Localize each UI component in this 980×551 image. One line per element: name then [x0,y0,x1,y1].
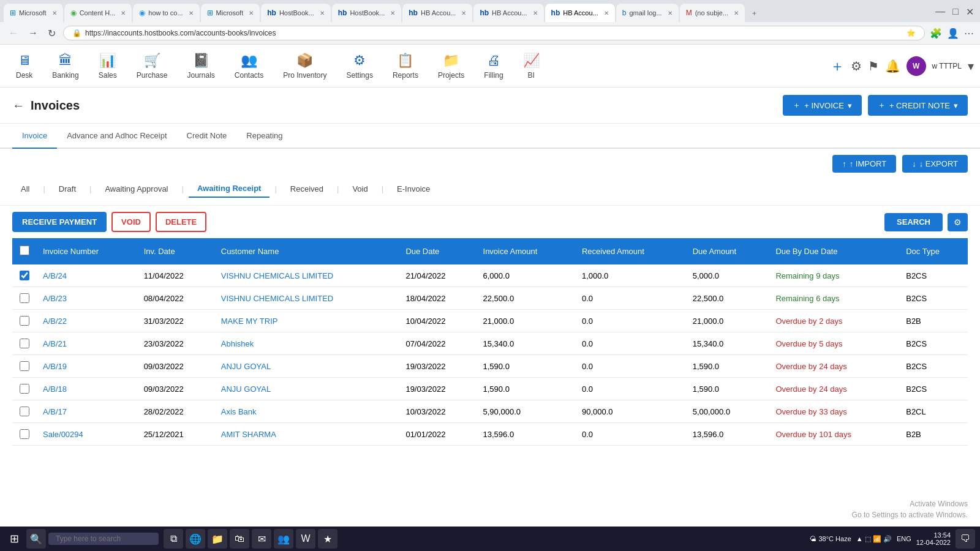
row-checkbox-cell[interactable] [12,310,37,332]
invoice-number-link[interactable]: A/B/17 [43,407,67,416]
new-tab-button[interactable]: ＋ [746,6,763,21]
columns-settings-button[interactable]: ⚙ [948,213,968,231]
row-checkbox[interactable] [20,339,29,348]
taskbar-app-8[interactable]: ★ [318,529,337,530]
back-button[interactable]: ← [6,26,21,40]
browser-tab-11[interactable]: M (no subje... ✕ [680,4,745,22]
nav-pro-inventory[interactable]: 📦 Pro Inventory [273,48,336,84]
invoice-number-link[interactable]: A/B/24 [43,271,67,280]
browser-tab-8[interactable]: hb HB Accou... ✕ [473,4,543,22]
invoice-number-link[interactable]: A/B/21 [43,339,67,348]
browser-tab-4[interactable]: ⊞ Microsoft ✕ [201,4,260,22]
export-button[interactable]: ↓ ↓ EXPORT [902,155,968,173]
browser-tab-5[interactable]: hb HostBook... ✕ [261,4,331,22]
nav-projects[interactable]: 📁 Projects [428,48,474,84]
select-all-checkbox[interactable] [20,246,29,255]
invoice-number-link[interactable]: Sale/00294 [43,430,83,439]
search-button[interactable]: SEARCH [884,213,943,231]
add-button[interactable]: ＋ [830,56,845,76]
taskbar-search[interactable]: 🔍 [26,529,46,530]
filter-received[interactable]: Received [282,181,332,197]
invoice-number-link[interactable]: A/B/22 [43,317,67,326]
extensions-icon[interactable]: 🧩 [930,28,942,39]
back-button[interactable]: ← [12,99,24,113]
taskbar-task-view[interactable]: ⧉ [164,529,183,530]
invoice-number-link[interactable]: A/B/19 [43,362,67,371]
forward-button[interactable]: → [26,26,40,40]
dropdown-button[interactable]: ▾ [968,59,974,73]
row-checkbox[interactable] [20,407,29,416]
nav-banking[interactable]: 🏛 Banking [42,48,88,84]
nav-purchase[interactable]: 🛒 Purchase [127,48,178,84]
minimize-button[interactable]: — [933,5,948,19]
gear-button[interactable]: ⚙ [851,59,862,73]
nav-reports[interactable]: 📋 Reports [383,48,428,84]
nav-filling[interactable]: 🖨 Filling [474,48,513,84]
reload-button[interactable]: ↻ [45,26,58,40]
browser-tab-1[interactable]: ⊞ Microsoft ✕ [4,4,63,22]
customer-name-link[interactable]: VISHNU CHEMICALS LIMITED [221,294,333,303]
row-checkbox[interactable] [20,384,29,394]
user-avatar[interactable]: W [907,56,926,76]
row-checkbox[interactable] [20,316,29,326]
row-checkbox-cell[interactable] [12,287,37,310]
select-all-header[interactable] [12,238,37,264]
row-checkbox-cell[interactable] [12,264,37,287]
browser-tab-9[interactable]: hb HB Accou... ✕ [545,4,615,22]
browser-tab-7[interactable]: hb HB Accou... ✕ [402,4,472,22]
tab-invoice[interactable]: Invoice [12,124,57,149]
tab-advance-receipt[interactable]: Advance and Adhoc Receipt [57,124,176,149]
nav-journals[interactable]: 📓 Journals [177,48,224,84]
settings-menu-icon[interactable]: ⋯ [964,28,974,39]
filter-draft[interactable]: Draft [50,181,85,197]
taskbar-explorer[interactable]: 📁 [208,529,227,530]
void-button[interactable]: VOID [111,212,151,232]
filter-awaiting-approval[interactable]: Awaiting Approval [96,181,176,197]
row-checkbox[interactable] [20,293,29,303]
maximize-button[interactable]: □ [950,5,961,19]
credit-note-button[interactable]: ＋ + CREDIT NOTE ▾ [868,95,968,116]
bell-button[interactable]: 🔔 [885,59,900,73]
flag-button[interactable]: ⚑ [868,59,879,73]
browser-tab-6[interactable]: hb HostBook... ✕ [332,4,402,22]
row-checkbox[interactable] [20,271,29,280]
invoice-number-link[interactable]: A/B/18 [43,384,67,394]
row-checkbox[interactable] [20,361,29,371]
row-checkbox-cell[interactable] [12,355,37,378]
taskbar-teams[interactable]: 👥 [274,529,293,530]
filter-e-invoice[interactable]: E-Invoice [388,181,439,197]
browser-tab-10[interactable]: b gmail log... ✕ [616,4,679,22]
customer-name-link[interactable]: ANJU GOYAL [221,384,271,394]
browser-tab-2[interactable]: ◉ Content H... ✕ [64,4,132,22]
filter-void[interactable]: Void [344,181,376,197]
row-checkbox-cell[interactable] [12,400,37,423]
customer-name-link[interactable]: Axis Bank [221,407,257,416]
tab-credit-note[interactable]: Credit Note [177,124,237,149]
address-bar[interactable]: 🔒 https://inaccounts.hostbooks.com/accou… [63,26,925,40]
nav-bi[interactable]: 📈 BI [513,48,549,84]
customer-name-link[interactable]: VISHNU CHEMICALS LIMITED [221,271,333,280]
customer-name-link[interactable]: Abhishek [221,339,254,348]
taskbar-word[interactable]: W [296,529,315,530]
nav-settings[interactable]: ⚙ Settings [337,48,383,84]
close-button[interactable]: ✕ [963,5,976,19]
row-checkbox[interactable] [20,429,29,439]
invoice-number-link[interactable]: A/B/23 [43,294,67,303]
row-checkbox-cell[interactable] [12,378,37,400]
nav-desk[interactable]: 🖥 Desk [6,48,42,84]
notification-button[interactable]: 🗨 [956,529,975,530]
filter-awaiting-receipt[interactable]: Awaiting Receipt [189,180,270,198]
receive-payment-button[interactable]: RECEIVE PAYMENT [12,212,107,232]
profile-icon[interactable]: 👤 [947,28,959,39]
invoice-button[interactable]: ＋ + INVOICE ▾ [783,95,862,116]
customer-name-link[interactable]: MAKE MY TRIP [221,317,278,326]
customer-name-link[interactable]: AMIT SHARMA [221,430,276,439]
taskbar-store[interactable]: 🛍 [230,529,249,530]
nav-contacts[interactable]: 👥 Contacts [225,48,273,84]
taskbar-edge[interactable]: 🌐 [186,529,205,530]
row-checkbox-cell[interactable] [12,423,37,446]
taskbar-mail[interactable]: ✉ [252,529,271,530]
delete-button[interactable]: DELETE [156,212,206,232]
tab-repeating[interactable]: Repeating [236,124,292,149]
customer-name-link[interactable]: ANJU GOYAL [221,362,271,371]
